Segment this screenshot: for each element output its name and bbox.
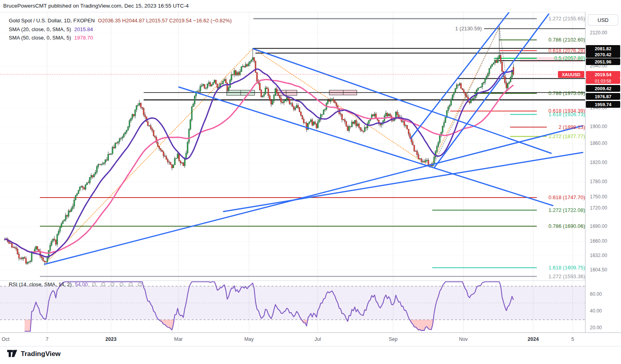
fib-level-label: 0.5 (2057.80) [538, 55, 585, 61]
price-tick: 1750.00 [590, 194, 607, 200]
price-flag: 2070.42 [586, 51, 620, 58]
price-tick: 2120.00 [590, 30, 607, 36]
sma20-legend-row[interactable]: SMA (20, close, 0, SMA, 5)2015.84 [9, 25, 232, 34]
price-tick: 1660.00 [590, 238, 607, 244]
price-flag: 2009.42 [586, 85, 620, 92]
price-tick: 1820.00 [590, 160, 607, 165]
time-tick: Mar [174, 336, 183, 342]
currency-button[interactable]: USD [588, 14, 618, 26]
last-price-flag: 2019.54 [586, 71, 620, 78]
price-flag: 1959.74 [586, 101, 620, 108]
sma20-label[interactable]: SMA (20, close, 0, SMA, 5) [9, 26, 71, 32]
time-tick: Nov [459, 336, 468, 342]
price-tick: 40.00 [590, 308, 602, 314]
published-note: BrucePowersCMT published on TradingView.… [3, 3, 189, 9]
price-tick: 60.00 [590, 291, 602, 297]
fib-level-label: 1.272 (1593.36) [538, 273, 585, 279]
brand-text: TradingView [21, 350, 61, 358]
price-tick: 1632.00 [590, 253, 607, 258]
time-tick: Jul [314, 336, 321, 342]
sma20-value: 2015.84 [74, 26, 93, 32]
rsi-label[interactable]: RSI (14, close, SMA, 14, 2) [9, 281, 72, 287]
rsi-value: 54.00 [75, 281, 88, 287]
price-tick: 1604.50 [590, 267, 607, 273]
fib-level-label: 0.786 (1975.09) [538, 90, 585, 96]
fib-level-label: 0.618 (1747.70) [538, 194, 585, 200]
bar-countdown-flag: 01:03:58 [586, 78, 620, 84]
published-text: BrucePowersCMT published on TradingView.… [3, 3, 189, 9]
tradingview-brand[interactable]: TradingView [7, 350, 61, 358]
symbol-title[interactable]: Gold Spot / U.S. Dollar, 1D, FXOPEN [9, 18, 95, 24]
symbol-price-chip: XAUUSD [558, 71, 584, 78]
fib-level-label: 1.618 (1926.73) [538, 111, 585, 117]
time-tick: Sep [389, 336, 398, 342]
price-tick: 1900.00 [590, 124, 607, 129]
header-divider [0, 12, 621, 12]
sma50-legend-row[interactable]: SMA (50, close, 0, SMA, 5)1978.70 [9, 34, 232, 42]
sma50-label[interactable]: SMA (50, close, 0, SMA, 5) [9, 35, 71, 41]
fib-level-label: 1.272 (1722.08) [538, 207, 585, 213]
fib-level-label: 1.272 (2155.65) [538, 16, 585, 22]
tradingview-logo-icon [7, 350, 18, 358]
price-axis[interactable]: USD 2120.002040.001940.001900.001860.001… [585, 12, 621, 346]
fib-level-label: 1.618 (1609.75) [538, 265, 585, 271]
price-flag: 1976.87 [586, 93, 620, 100]
time-tick: 2023 [105, 336, 117, 342]
time-axis[interactable]: Oct72023MarMayJulSepNov20245 [0, 332, 621, 346]
fib-level-label: 2.272 (1877.77) [538, 133, 585, 139]
time-tick: 5 [572, 336, 574, 342]
price-tick: 1860.00 [590, 140, 607, 146]
fib-level-label: 0.786 (1690.06) [538, 223, 585, 229]
rsi-legend-row[interactable]: RSI (14, close, SMA, 14, 2)54.00∅ ∅ ∅ ∅ … [9, 281, 144, 287]
time-tick: May [244, 336, 254, 342]
price-tick: 20.00 [590, 325, 602, 330]
symbol-chip-text: XAUUSD [562, 72, 580, 77]
price-flag: 2051.96 [586, 58, 620, 65]
time-tick: Oct [2, 336, 9, 342]
price-tick: 1780.00 [590, 179, 607, 184]
price-chart[interactable] [0, 0, 621, 364]
ohlc-values: O2036.35 H2044.87 L2015.57 C2019.54 −16.… [98, 18, 231, 24]
time-tick: 7 [46, 336, 49, 342]
sma50-value: 1978.70 [74, 35, 93, 41]
rsi-hidden-values: ∅ ∅ ∅ ∅ ∅ ∅ [92, 281, 144, 287]
price-tick: 1690.00 [590, 224, 607, 229]
chart-legend: Gold Spot / U.S. Dollar, 1D, FXOPENO2036… [9, 16, 232, 42]
fib-level-label: 0.618 (2076.28) [538, 47, 585, 53]
price-tick: 1720.00 [590, 205, 607, 211]
fib-level-label: 1 (2130.59) [438, 26, 482, 32]
time-tick: 2024 [528, 336, 539, 342]
fib-level-label: 0.786 (2102.60) [538, 37, 585, 43]
symbol-legend-row[interactable]: Gold Spot / U.S. Dollar, 1D, FXOPENO2036… [9, 16, 232, 25]
fib-level-label: 2 (1898.13) [538, 124, 585, 130]
